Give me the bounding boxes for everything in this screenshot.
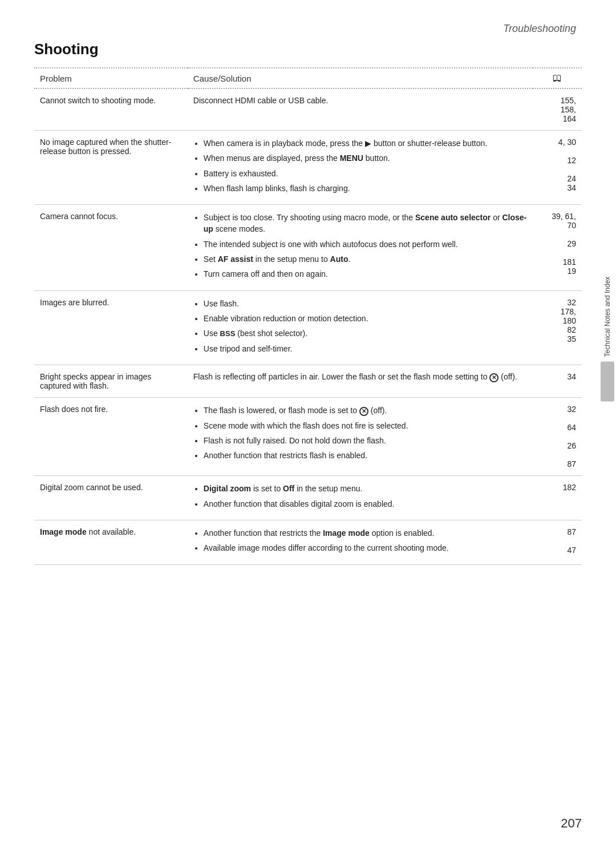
cause-item: When camera is in playback mode, press t… xyxy=(204,138,527,149)
problem-cell: No image captured when the shutter-relea… xyxy=(34,131,188,205)
cause-item: Another function that restricts flash is… xyxy=(204,450,527,461)
ref-cell: 4, 30122434 xyxy=(533,131,582,205)
ref-cell: 155,158,164 xyxy=(533,88,582,131)
ref-cell: 182 xyxy=(533,476,582,520)
problem-cell: Bright specks appear in images captured … xyxy=(34,365,188,398)
side-tab-indicator xyxy=(601,362,614,402)
cause-item: Use BSS (best shot selector). xyxy=(204,328,527,340)
troubleshooting-label: Troubleshooting xyxy=(503,23,576,35)
cause-item: When flash lamp blinks, flash is chargin… xyxy=(204,183,527,194)
cause-item: When menus are displayed, press the MENU… xyxy=(204,152,527,164)
cause-cell: Use flash. Enable vibration reduction or… xyxy=(188,290,533,365)
cause-item: Another function that restricts the Imag… xyxy=(204,527,527,539)
problem-cell: Image mode not available. xyxy=(34,520,188,565)
problem-cell: Digital zoom cannot be used. xyxy=(34,476,188,520)
ref-cell: 32178,1808235 xyxy=(533,290,582,365)
ref-cell: 8747 xyxy=(533,520,582,565)
ref-header: 🕮 xyxy=(533,68,582,88)
problem-cell: Images are blurred. xyxy=(34,290,188,365)
cause-cell: Another function that restricts the Imag… xyxy=(188,520,533,565)
cause-cell: Disconnect HDMI cable or USB cable. xyxy=(188,88,533,131)
cause-item: Digital zoom is set to Off in the setup … xyxy=(204,483,527,494)
cause-item: The intended subject is one with which a… xyxy=(204,239,527,250)
book-icon: 🕮 xyxy=(553,73,562,83)
cause-item: Subject is too close. Try shooting using… xyxy=(204,212,527,235)
problem-cell: Cannot switch to shooting mode. xyxy=(34,88,188,131)
problem-cell: Flash does not fire. xyxy=(34,398,188,476)
cause-item: Battery is exhausted. xyxy=(204,168,527,179)
table-row: No image captured when the shutter-relea… xyxy=(34,131,582,205)
cause-cell: Flash is reflecting off particles in air… xyxy=(188,365,533,398)
cause-item: Another function that disables digital z… xyxy=(204,498,527,510)
ref-cell: 32642687 xyxy=(533,398,582,476)
page-number: 207 xyxy=(561,816,582,831)
cause-item: Turn camera off and then on again. xyxy=(204,268,527,280)
table-header-row: Problem Cause/Solution 🕮 xyxy=(34,68,582,88)
cause-cell: The flash is lowered, or flash mode is s… xyxy=(188,398,533,476)
table-row: Cannot switch to shooting mode. Disconne… xyxy=(34,88,582,131)
section-title: Shooting xyxy=(34,41,582,58)
table-row: Bright specks appear in images captured … xyxy=(34,365,582,398)
table-row: Flash does not fire. The flash is lowere… xyxy=(34,398,582,476)
cause-item: Set AF assist in the setup menu to Auto. xyxy=(204,253,527,265)
cause-item: Use flash. xyxy=(204,298,527,309)
cause-cell: Digital zoom is set to Off in the setup … xyxy=(188,476,533,520)
side-tab-label: Technical Notes and Index xyxy=(603,277,611,357)
cause-cell: Subject is too close. Try shooting using… xyxy=(188,205,533,290)
problem-header: Problem xyxy=(34,68,188,88)
cause-item: Flash is not fully raised. Do not hold d… xyxy=(204,435,527,446)
shooting-table: Problem Cause/Solution 🕮 Cannot switch t… xyxy=(34,67,582,565)
cause-header: Cause/Solution xyxy=(188,68,533,88)
table-row: Images are blurred. Use flash. Enable vi… xyxy=(34,290,582,365)
ref-cell: 39, 61,702918119 xyxy=(533,205,582,290)
problem-cell: Camera cannot focus. xyxy=(34,205,188,290)
cause-item: Use tripod and self-timer. xyxy=(204,343,527,354)
cause-cell: When camera is in playback mode, press t… xyxy=(188,131,533,205)
cause-item: Scene mode with which the flash does not… xyxy=(204,420,527,431)
cause-item: Enable vibration reduction or motion det… xyxy=(204,313,527,324)
cause-item: Available image modes differ according t… xyxy=(204,542,527,554)
table-row: Camera cannot focus. Subject is too clos… xyxy=(34,205,582,290)
side-tab: Technical Notes and Index xyxy=(599,277,616,402)
header-area: Troubleshooting xyxy=(34,23,582,35)
cause-item: The flash is lowered, or flash mode is s… xyxy=(204,405,527,416)
page: Troubleshooting Shooting Problem Cause/S… xyxy=(0,0,616,848)
table-row: Digital zoom cannot be used. Digital zoo… xyxy=(34,476,582,520)
table-row: Image mode not available. Another functi… xyxy=(34,520,582,565)
ref-cell: 34 xyxy=(533,365,582,398)
